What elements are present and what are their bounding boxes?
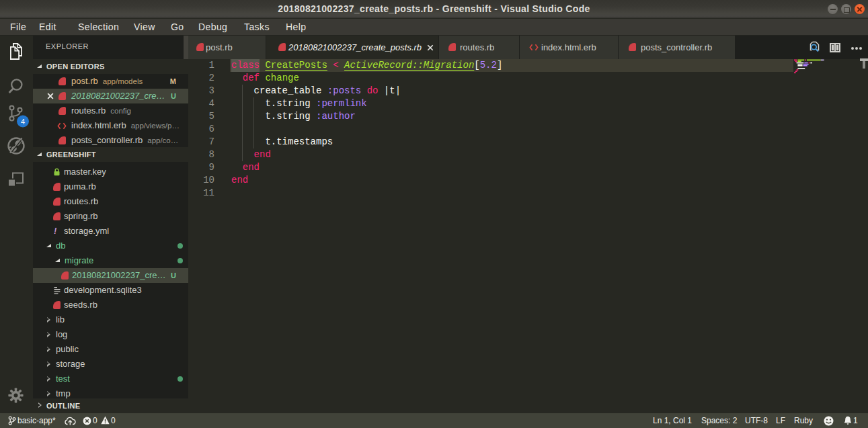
svg-text:4: 4 [21, 118, 25, 126]
